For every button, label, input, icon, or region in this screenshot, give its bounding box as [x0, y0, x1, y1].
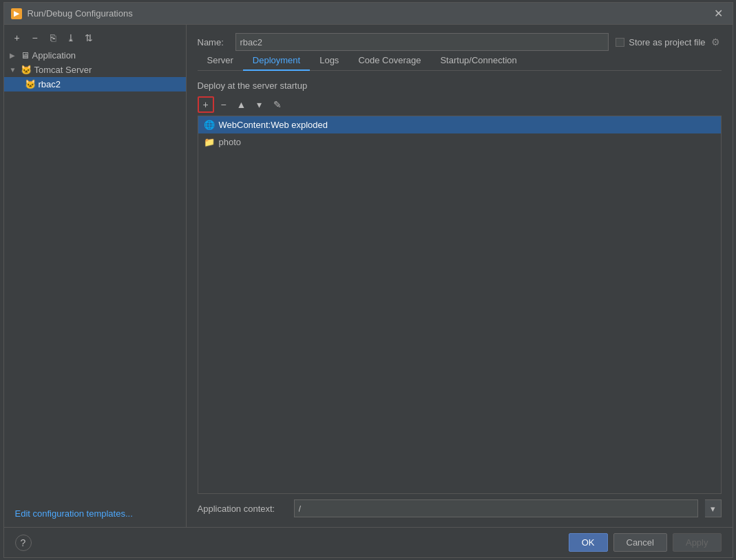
- tree-item-application[interactable]: ▶ 🖥 Application: [4, 48, 186, 63]
- app-context-dropdown-button[interactable]: ▾: [705, 499, 722, 517]
- webcontent-label: WebContent:Web exploded: [219, 120, 328, 130]
- store-checkbox[interactable]: [616, 38, 624, 47]
- deploy-toolbar: + − ▲ ▾ ✎: [198, 96, 722, 113]
- left-bottom: Edit configuration templates...: [4, 503, 186, 524]
- deploy-remove-button[interactable]: −: [215, 96, 232, 113]
- application-arrow: ▶: [10, 52, 18, 59]
- deploy-add-button[interactable]: +: [198, 96, 214, 113]
- photo-label: photo: [219, 137, 242, 147]
- close-button[interactable]: ✕: [712, 7, 726, 21]
- deploy-edit-button[interactable]: ✎: [269, 96, 286, 113]
- name-store-row: Name: Store as project file ⚙: [198, 33, 722, 51]
- tab-logs[interactable]: Logs: [310, 51, 348, 71]
- left-panel: + − ⎘ ⤓ ⇅ ▶ 🖥 Application ▼ 🐱 Tomcat Ser…: [4, 25, 187, 527]
- help-button[interactable]: ?: [15, 535, 32, 551]
- rbac2-label: rbac2: [39, 79, 61, 89]
- store-gear-button[interactable]: ⚙: [710, 36, 722, 47]
- main-content: + − ⎘ ⤓ ⇅ ▶ 🖥 Application ▼ 🐱 Tomcat Ser…: [4, 25, 733, 527]
- deployment-tab-content: Deploy at the server startup + − ▲ ▾ ✎ 🌐…: [198, 71, 722, 527]
- photo-icon: 📁: [204, 137, 215, 147]
- tree-item-rbac2[interactable]: 🐱 rbac2: [4, 77, 186, 91]
- tomcat-icon: 🐱: [21, 65, 32, 75]
- store-row: Store as project file ⚙: [616, 36, 721, 47]
- deploy-item-photo[interactable]: 📁 photo: [198, 133, 721, 151]
- deploy-list: 🌐 WebContent:Web exploded 📁 photo: [198, 116, 722, 494]
- bottom-right-buttons: OK Cancel Apply: [569, 533, 722, 552]
- app-context-label: Application context:: [198, 504, 287, 514]
- dialog-icon: ▶: [11, 8, 22, 19]
- bottom-bar: ? OK Cancel Apply: [4, 527, 733, 557]
- name-label: Name:: [198, 37, 229, 47]
- sort-config-button[interactable]: ⇅: [81, 30, 96, 45]
- application-label: Application: [32, 50, 76, 61]
- app-context-row: Application context: ▾: [198, 499, 722, 517]
- tomcat-label: Tomcat Server: [34, 65, 92, 75]
- store-label: Store as project file: [629, 37, 705, 47]
- right-panel: Name: Store as project file ⚙ Server Dep…: [187, 25, 733, 527]
- run-debug-dialog: ▶ Run/Debug Configurations ✕ + − ⎘ ⤓ ⇅ ▶…: [3, 2, 733, 558]
- tab-server[interactable]: Server: [198, 51, 243, 71]
- remove-config-button[interactable]: −: [28, 30, 43, 45]
- webcontent-icon: 🌐: [204, 120, 215, 130]
- tree-item-tomcat[interactable]: ▼ 🐱 Tomcat Server: [4, 63, 186, 77]
- tab-deployment[interactable]: Deployment: [243, 51, 310, 71]
- cancel-button[interactable]: Cancel: [613, 533, 667, 552]
- application-icon: 🖥: [21, 50, 30, 61]
- tabs-bar: Server Deployment Logs Code Coverage Sta…: [198, 51, 722, 71]
- tomcat-arrow: ▼: [10, 66, 18, 74]
- title-bar-left: ▶ Run/Debug Configurations: [11, 8, 133, 19]
- deploy-item-webcontent[interactable]: 🌐 WebContent:Web exploded: [198, 116, 721, 133]
- apply-button[interactable]: Apply: [673, 533, 722, 552]
- copy-config-button[interactable]: ⎘: [45, 30, 61, 45]
- name-input[interactable]: [235, 33, 609, 51]
- left-toolbar: + − ⎘ ⤓ ⇅: [4, 28, 186, 48]
- add-config-button[interactable]: +: [10, 30, 25, 45]
- ok-button[interactable]: OK: [569, 533, 608, 552]
- app-context-input[interactable]: [294, 499, 698, 517]
- deploy-up-button[interactable]: ▲: [233, 96, 250, 113]
- tab-startup-connection[interactable]: Startup/Connection: [430, 51, 526, 71]
- edit-config-link[interactable]: Edit configuration templates...: [10, 506, 138, 521]
- dialog-title: Run/Debug Configurations: [28, 8, 133, 19]
- title-bar: ▶ Run/Debug Configurations ✕: [4, 3, 733, 25]
- deploy-section-title: Deploy at the server startup: [198, 80, 722, 91]
- deploy-dropdown-button[interactable]: ▾: [251, 96, 268, 113]
- tab-code-coverage[interactable]: Code Coverage: [348, 51, 430, 71]
- rbac2-icon: 🐱: [25, 79, 36, 89]
- move-config-button[interactable]: ⤓: [63, 30, 78, 45]
